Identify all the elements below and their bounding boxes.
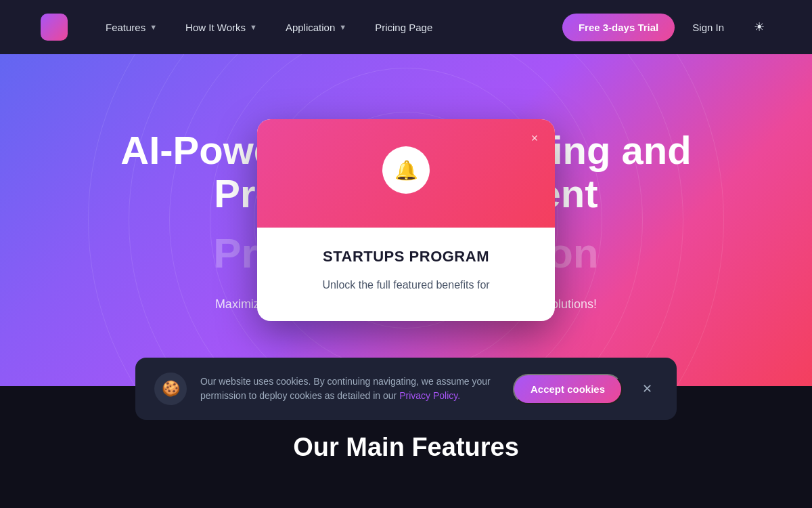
- nav-application-label: Application: [286, 22, 335, 33]
- cookie-banner: 🍪 Our website uses cookies. By continuin…: [135, 358, 677, 420]
- accept-cookies-button[interactable]: Accept cookies: [513, 374, 623, 404]
- free-trial-button[interactable]: Free 3-days Trial: [562, 14, 675, 41]
- chevron-down-icon: ▼: [250, 23, 257, 31]
- modal-body: STARTUPS PROGRAM Unlock the full feature…: [257, 228, 555, 321]
- cookie-emoji: 🍪: [162, 380, 180, 398]
- theme-toggle[interactable]: ☀: [747, 15, 771, 39]
- signin-button[interactable]: Sign In: [681, 16, 735, 39]
- modal-title: STARTUPS PROGRAM: [284, 248, 528, 266]
- nav-how-it-works[interactable]: How It Works ▼: [175, 16, 268, 39]
- cookie-icon: 🍪: [154, 373, 187, 405]
- hero-section: AI-Powered Time Tracking and Project Man…: [0, 54, 812, 386]
- modal-close-button[interactable]: ×: [525, 129, 544, 148]
- cookie-text: Our website uses cookies. By continuing …: [200, 375, 499, 403]
- nav-application[interactable]: Application ▼: [275, 16, 357, 39]
- chevron-down-icon: ▼: [150, 23, 157, 31]
- main-features-title: Our Main Features: [293, 433, 519, 462]
- modal-bell-icon: 🔔: [382, 146, 430, 194]
- nav-pricing-label: Pricing Page: [375, 22, 432, 33]
- modal-header: × 🔔: [257, 119, 555, 228]
- modal-overlay: × 🔔 STARTUPS PROGRAM Unlock the full fea…: [0, 54, 812, 386]
- nav-how-it-works-label: How It Works: [185, 22, 246, 33]
- nav-pricing[interactable]: Pricing Page: [364, 16, 443, 39]
- navbar: Features ▼ How It Works ▼ Application ▼ …: [0, 0, 812, 54]
- modal-description: Unlock the full featured benefits for: [284, 276, 528, 294]
- privacy-policy-link[interactable]: Privacy Policy.: [399, 390, 460, 401]
- chevron-down-icon: ▼: [339, 23, 346, 31]
- cookie-close-button[interactable]: ✕: [636, 378, 658, 400]
- startups-modal: × 🔔 STARTUPS PROGRAM Unlock the full fea…: [257, 119, 555, 321]
- nav-items: Features ▼ How It Works ▼ Application ▼ …: [95, 14, 771, 41]
- nav-features[interactable]: Features ▼: [95, 16, 168, 39]
- nav-logo: [41, 14, 68, 41]
- nav-features-label: Features: [106, 22, 145, 33]
